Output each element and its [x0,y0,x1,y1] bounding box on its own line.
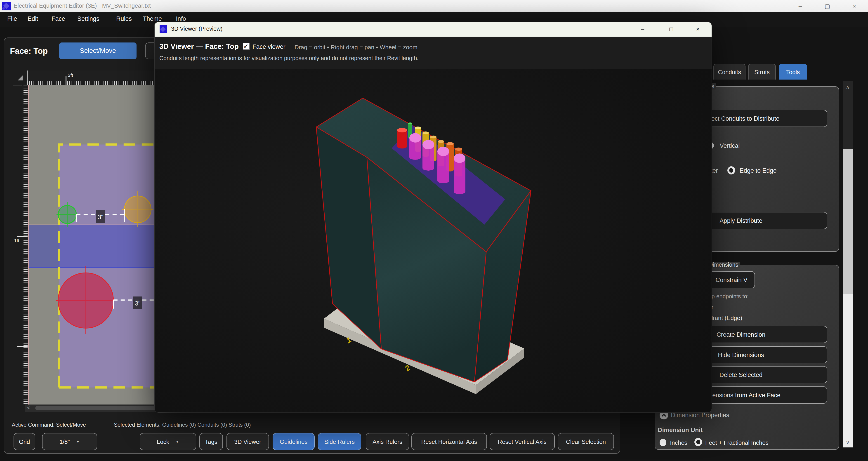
modal-icon [159,25,167,33]
right-scrollbar-thumb[interactable] [843,149,852,294]
clear-selection-button[interactable]: Clear Selection [558,433,614,450]
ruler-corner-icon[interactable] [18,75,23,81]
modal-maximize-button[interactable]: □ [662,22,680,37]
3d-viewport[interactable]: 1 2 [154,69,711,412]
viewer-hint: Drag = orbit • Right drag = pan • Wheel … [294,44,417,51]
face-viewer-label: Face viewer [252,43,285,50]
dimension-unit-label: Dimension Unit [658,427,703,433]
menu-edit[interactable]: Edit [28,16,38,22]
ruler-left-label: 1ft [14,238,19,243]
conduit-cylinder [397,128,407,149]
hscroll-left-arrow: < [27,405,30,410]
radio-edge-to-edge[interactable] [727,166,735,175]
minimize-button[interactable]: – [790,0,810,12]
right-scrollbar-down[interactable]: ∨ [843,294,852,448]
viewer3d-button[interactable]: 3D Viewer [226,433,269,450]
modal-minimize-button[interactable]: – [633,22,652,37]
caret-down-icon: ▼ [176,439,179,443]
radio-feet[interactable] [694,438,702,446]
conduit-cylinder [422,140,434,171]
menu-rules[interactable]: Rules [116,16,132,22]
radio-edge-label: Edge to Edge [740,167,777,174]
menu-settings[interactable]: Settings [77,16,99,22]
tab-conduits[interactable]: Conduits [713,64,745,80]
face-label: Face: Top [10,47,48,56]
dim2-label: 3" [134,300,141,307]
menu-file[interactable]: File [7,16,17,22]
ruler-vertical [22,85,28,404]
dimension-properties-label: Dimension Properties [671,412,729,419]
conduit-cylinder [454,153,465,194]
guidelines-button[interactable]: Guidelines [273,433,315,450]
restore-button[interactable]: ▢ [817,0,837,12]
title-bar: Electrical Equipment Editor (3E) - MV_Sw… [0,0,868,12]
tab-struts[interactable]: Struts [748,64,776,80]
grid-size-dropdown[interactable]: 1/8"▼ [42,433,97,450]
tab-tools[interactable]: Tools [779,64,807,80]
window-title: Electrical Equipment Editor (3E) - MV_Sw… [13,2,151,9]
modal-title: 3D Viewer (Preview) [171,26,222,32]
lock-dropdown[interactable]: Lock▼ [140,433,196,450]
modal-close-button[interactable]: × [689,22,707,37]
close-button[interactable]: × [844,0,864,12]
constrain-v-button[interactable]: Constrain V [708,271,755,288]
status-active-command: Active Command: Select/Move [12,422,86,428]
radio-feet-label: Feet + Fractional Inches [705,439,769,446]
caret-down-icon: ▼ [76,439,80,443]
axis-rulers-button[interactable]: Axis Rulers [366,433,409,450]
viewer-note: Conduits length representation is for vi… [159,55,418,61]
ruler-top-label: 3ft [68,72,73,78]
radio-inches-label: Inches [670,439,687,446]
reset-vertical-button[interactable]: Reset Vertical Axis [490,433,555,450]
conduit-cylinder [409,133,421,160]
dimensions-legend: Dimensions [707,262,740,268]
viewer-heading: 3D Viewer — Face: Top [159,42,239,51]
select-move-button[interactable]: Select/Move [59,42,136,59]
dim1-label: 3" [97,214,103,220]
tags-button[interactable]: Tags [199,433,223,450]
3d-viewer-dialog: 3D Viewer (Preview) – □ × 3D Viewer — Fa… [154,22,711,412]
modal-header: 3D Viewer — Face: Top ✓ Face viewer Drag… [154,37,711,69]
side-rulers-button[interactable]: Side Rulers [318,433,361,450]
menu-info[interactable]: Info [176,16,186,22]
status-selected-elements: Selected Elements: Guidelines (0) Condui… [114,422,251,428]
reset-horizontal-button[interactable]: Reset Horizontal Axis [411,433,487,450]
radio-inches[interactable] [659,439,666,446]
radio-vertical-label: Vertical [720,142,740,149]
menu-theme[interactable]: Theme [143,16,162,22]
conduit-cylinder [437,147,449,183]
app-icon [2,2,11,10]
grid-button[interactable]: Grid [13,433,35,450]
application-window: Electrical Equipment Editor (3E) - MV_Sw… [0,0,868,461]
right-scrollbar-up[interactable]: ∧ [843,81,852,149]
face-viewer-checkbox[interactable]: ✓ [243,43,249,50]
menu-face[interactable]: Face [52,16,65,22]
modal-title-bar: 3D Viewer (Preview) – □ × [154,22,711,37]
